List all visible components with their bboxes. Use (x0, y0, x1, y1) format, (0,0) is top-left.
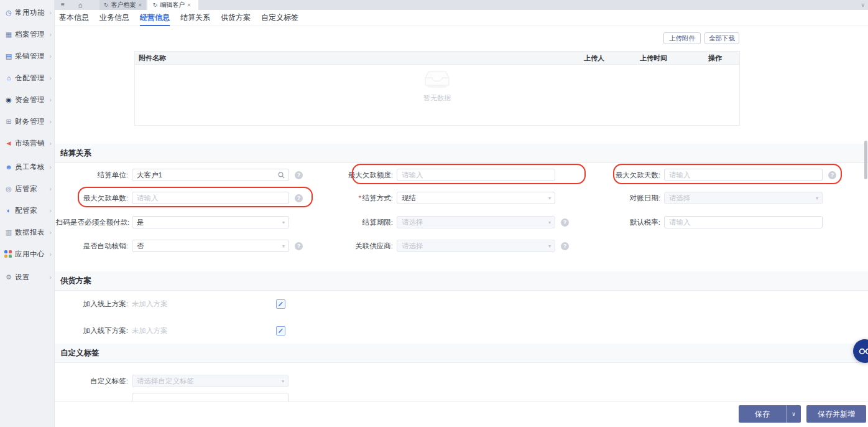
chevron-down-icon: ▾ (548, 240, 551, 252)
default-tax-input[interactable]: 请输入 (664, 216, 823, 228)
field-placeholder: 请选择自定义标签 (137, 377, 194, 386)
sidebar-item-app-center[interactable]: 应用中心› (0, 245, 55, 263)
field-label: 默认税率: (591, 218, 660, 227)
settle-period-select[interactable]: 请选择 ▾ (397, 216, 555, 228)
sidebar-item-store-keeper[interactable]: ◎店管家› (0, 179, 55, 198)
field-placeholder: 请选择 (402, 242, 423, 251)
sidebar-item-finance[interactable]: ⊞财务管理› (0, 112, 55, 131)
chevron-right-icon: › (49, 250, 52, 258)
settlement-unit-input[interactable]: 大客户1 (132, 169, 289, 181)
custom-tags-field: 自定义标签: 请选择自定义标签 ▾ (56, 375, 289, 387)
related-supplier-select[interactable]: 请选择 ▾ (397, 240, 555, 252)
help-icon[interactable]: ? (295, 171, 303, 179)
help-icon[interactable]: ? (295, 242, 303, 250)
home-icon[interactable]: ⌂ (71, 0, 90, 10)
tab-settlement-relation[interactable]: 结算关系 (180, 10, 210, 26)
required-mark: * (358, 194, 361, 202)
tab-custom-tags[interactable]: 自定义标签 (261, 10, 298, 26)
tab-customer-archive[interactable]: ↻ 客户档案 × (99, 0, 146, 10)
max-debt-count-input[interactable]: 请输入 (132, 192, 289, 204)
tab-list-caret-icon[interactable]: ∨ (861, 0, 865, 10)
search-icon[interactable] (278, 172, 285, 179)
settle-period-field: 结算期限: 请选择 ▾ ? (323, 216, 569, 228)
tab-supply-plan[interactable]: 供货方案 (221, 10, 251, 26)
sidebar-item-funds[interactable]: ◉资金管理› (0, 90, 55, 109)
sidebar-item-marketing[interactable]: ◀市场营销› (0, 134, 55, 152)
max-debt-amount-input[interactable]: 请输入 (397, 169, 555, 181)
scan-full-payment-select[interactable]: 是 ▾ (132, 216, 289, 228)
field-label: 对账日期: (591, 194, 660, 203)
field-placeholder: 请输入 (402, 171, 423, 180)
sidebar-item-warehouse[interactable]: ⌂仓配管理› (0, 68, 55, 87)
settlement-unit-field: 结算单位: 大客户1 ? (56, 169, 303, 181)
edit-online-plan-button[interactable] (276, 299, 285, 309)
settings-icon: ⚙ (4, 274, 13, 281)
field-label: *结算方式: (323, 194, 393, 203)
field-placeholder: 请选择 (402, 218, 423, 227)
tab-basic-info[interactable]: 基本信息 (59, 10, 89, 26)
tab-edit-customer[interactable]: ↻ 编辑客户 × (147, 0, 198, 10)
sidebar-item-staff-assessment[interactable]: ☻员工考核› (0, 157, 55, 176)
max-debt-days-input[interactable]: 请输入 (664, 169, 823, 181)
section-title: 结算关系 (60, 148, 91, 159)
settle-method-field: *结算方式: 现结 ▾ (323, 192, 555, 204)
column-header: 操作 (708, 52, 722, 65)
offline-plan-field: 加入线下方案: 未加入方案 (56, 324, 285, 337)
chevron-down-icon: ▾ (548, 217, 551, 228)
sidebar-item-data-report[interactable]: ▥数据报表› (0, 223, 55, 242)
sidebar-item-archives[interactable]: ▦档案管理› (0, 25, 55, 44)
close-icon[interactable]: × (187, 2, 190, 8)
archives-icon: ▦ (4, 31, 13, 38)
field-placeholder: 请输入 (669, 218, 691, 227)
sidebar-item-frequent[interactable]: ◷常用功能› (0, 3, 55, 22)
max-debt-count-field: 最大欠款单数: 请输入 ? (56, 192, 303, 204)
field-label: 自定义标签: (56, 377, 128, 386)
tab-business-info[interactable]: 业务信息 (99, 10, 129, 26)
upload-attachment-button[interactable]: 上传附件 (663, 32, 701, 44)
chevron-right-icon: › (49, 139, 52, 147)
edit-offline-plan-button[interactable] (276, 326, 285, 336)
help-icon[interactable]: ? (561, 218, 569, 227)
field-label: 最大欠款额度: (323, 171, 393, 180)
field-label: 扫码是否必须全额付款: (56, 218, 128, 227)
save-dropdown-caret[interactable]: ∨ (786, 405, 801, 423)
column-header: 上传时间 (640, 52, 667, 65)
refresh-icon[interactable]: ↻ (153, 2, 158, 8)
chevron-right-icon: › (49, 30, 52, 38)
custom-tags-select[interactable]: 请选择自定义标签 ▾ (132, 375, 289, 387)
help-icon[interactable]: ? (295, 194, 303, 202)
edit-customer-page: ◷常用功能› ▦档案管理› ▤采销管理› ⌂仓配管理› ◉资金管理› ⊞财务管理… (0, 0, 868, 427)
sidebar-item-delivery-keeper[interactable]: ◐配管家› (0, 201, 55, 220)
tab-operating-info[interactable]: 经营信息 (140, 10, 170, 26)
section-custom-tags: 自定义标签 (55, 344, 868, 363)
settle-method-select[interactable]: 现结 ▾ (397, 192, 555, 204)
statement-date-select[interactable]: 请选择 ▾ (664, 192, 823, 204)
default-tax-field: 默认税率: 请输入 (591, 216, 823, 228)
section-title: 自定义标签 (60, 348, 99, 359)
assistant-glasses-icon (859, 348, 868, 355)
chevron-right-icon: › (49, 163, 52, 171)
close-icon[interactable]: × (139, 2, 142, 8)
help-icon[interactable]: ? (561, 242, 569, 250)
save-button[interactable]: 保存 (739, 405, 786, 423)
chevron-right-icon: › (49, 96, 52, 103)
sidebar-item-settings[interactable]: ⚙设置› (0, 268, 55, 286)
sidebar-item-purchase-sales[interactable]: ▤采销管理› (0, 47, 55, 65)
scan-full-payment-field: 扫码是否必须全额付款: 是 ▾ (56, 216, 289, 228)
collapse-sidebar-icon[interactable]: ≡ (55, 0, 71, 10)
download-all-button[interactable]: 全部下载 (704, 32, 739, 44)
help-icon[interactable]: ? (828, 171, 836, 179)
tab-bar: ≡ ⌂ ↻ 客户档案 × ↻ 编辑客户 × ∨ (55, 0, 868, 10)
save-and-new-button[interactable]: 保存并新增 (806, 405, 866, 423)
section-tabs: 基本信息 业务信息 经营信息 结算关系 供货方案 自定义标签 (55, 10, 868, 26)
chevron-right-icon: › (49, 9, 52, 16)
refresh-icon[interactable]: ↻ (104, 2, 109, 8)
field-label: 结算单位: (56, 171, 128, 180)
tab-label: 编辑客户 (160, 1, 185, 9)
auto-writeoff-field: 是否自动核销: 否 ▾ ? (56, 240, 303, 252)
auto-writeoff-select[interactable]: 否 ▾ (132, 240, 289, 252)
field-label: 加入线上方案: (56, 299, 128, 309)
tab-label: 客户档案 (111, 1, 136, 9)
field-label: 关联供应商: (323, 242, 393, 251)
vertical-scrollbar[interactable] (864, 141, 867, 179)
